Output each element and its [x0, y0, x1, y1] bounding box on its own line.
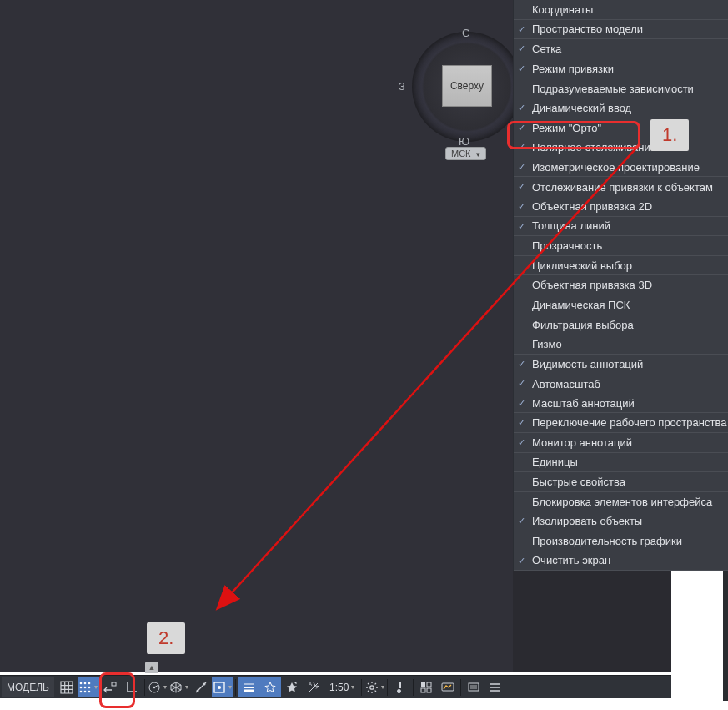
lineweight-icon: [242, 681, 255, 694]
statusbar-separator: [413, 679, 414, 696]
check-icon: ✓: [518, 142, 528, 152]
statusbar-separator: [460, 679, 461, 696]
menu-item-циклический-выбор[interactable]: Циклический выбор: [514, 256, 728, 276]
menu-item-динамический-ввод[interactable]: ✓Динамический ввод: [514, 98, 728, 118]
menu-item-label: Объектная привязка 2D: [532, 200, 652, 213]
menu-item-гизмо[interactable]: Гизмо: [514, 335, 728, 355]
menu-item-label: Режим "Орто": [532, 122, 601, 134]
ortho-icon: [125, 681, 138, 694]
menu-item-прозрачность[interactable]: Прозрачность: [514, 236, 728, 256]
menu-item-производительность-графики[interactable]: Производительность графики: [514, 531, 728, 551]
compass-south: Ю: [459, 135, 469, 148]
dynamic-input-button[interactable]: [99, 677, 121, 697]
ortho-mode-button[interactable]: [121, 677, 143, 697]
menu-item-подразумеваемые-зависимости[interactable]: Подразумеваемые зависимости: [514, 78, 728, 98]
menu-item-режим-орто-[interactable]: ✓Режим "Орто": [514, 118, 728, 138]
menu-item-очистить-экран[interactable]: ✓Очистить экран: [514, 551, 728, 572]
menu-item-объектная-привязка-3d[interactable]: Объектная привязка 3D: [514, 275, 728, 295]
object-snap-button[interactable]: [212, 677, 233, 697]
menu-item-label: Подразумеваемые зависимости: [532, 83, 694, 95]
workspace-switch-button[interactable]: [364, 677, 385, 697]
menu-item-label: Монитор аннотаций: [532, 436, 632, 449]
menu-item-объектная-привязка-2d[interactable]: ✓Объектная привязка 2D: [514, 197, 728, 217]
menu-item-label: Изолировать объекты: [532, 515, 642, 527]
menu-item-толщина-линий[interactable]: ✓Толщина линий: [514, 217, 728, 237]
menu-item-отслеживание-привязки-к-объектам[interactable]: ✓Отслеживание привязки к объектам: [514, 177, 728, 197]
gear-icon: [365, 681, 379, 694]
model-space-button[interactable]: МОДЕЛЬ: [2, 677, 54, 697]
check-icon: ✓: [518, 417, 528, 427]
polar-tracking-button[interactable]: [147, 677, 168, 697]
menu-item-изометрическое-проектирование[interactable]: ✓Изометрическое проектирование: [514, 158, 728, 178]
statusbar-customization-menu[interactable]: Координаты✓Пространство модели✓Сетка✓Реж…: [513, 0, 728, 571]
menu-item-пространство-модели[interactable]: ✓Пространство модели: [514, 20, 728, 40]
perf-icon: [441, 681, 454, 694]
osnap-icon: [213, 681, 226, 694]
graphics-performance-button[interactable]: [437, 677, 459, 697]
anno-scale-icon: [307, 681, 320, 694]
annotation-scale-text[interactable]: 1:50: [324, 677, 359, 697]
menu-item-label: Гизмо: [532, 338, 562, 350]
customization-button[interactable]: [484, 677, 506, 697]
compass-north: С: [462, 27, 469, 39]
object-snap-tracking-button[interactable]: [190, 677, 212, 697]
menu-item-label: Режим привязки: [532, 63, 614, 75]
menu-item-label: Масштаб аннотаций: [532, 397, 635, 410]
menu-item-режим-привязки[interactable]: ✓Режим привязки: [514, 59, 728, 79]
menu-item-масштаб-аннотаций[interactable]: ✓Масштаб аннотаций: [514, 394, 728, 414]
menu-item-label: Очистить экран: [532, 554, 610, 566]
menu-item-динамическая-пск[interactable]: Динамическая ПСК: [514, 295, 728, 315]
statusbar-separator: [144, 679, 145, 696]
viewcube-top-face[interactable]: Сверху: [442, 65, 492, 107]
statusbar-expand-toggle[interactable]: ▲: [145, 662, 158, 673]
menu-item-сетка[interactable]: ✓Сетка: [514, 39, 728, 59]
menu-item-фильтрация-выбора[interactable]: Фильтрация выбора: [514, 315, 728, 335]
check-icon: ✓: [518, 181, 528, 191]
model-space-label: МОДЕЛЬ: [7, 682, 49, 693]
menu-icon: [489, 681, 502, 694]
menu-item-label: Отслеживание привязки к объектам: [532, 181, 713, 194]
isolate-icon: [419, 681, 433, 694]
grid-display-button[interactable]: [56, 677, 78, 697]
annotation-monitor-button[interactable]: [389, 677, 411, 697]
osnap-track-icon: [194, 681, 208, 694]
menu-item-label: Изометрическое проектирование: [532, 161, 700, 174]
check-icon: ✓: [518, 516, 528, 526]
menu-item-единицы[interactable]: Единицы: [514, 453, 728, 473]
menu-item-label: Видимость аннотаций: [532, 358, 643, 370]
isolate-objects-button[interactable]: [415, 677, 437, 697]
menu-item-автомасштаб[interactable]: ✓Автомасштаб: [514, 374, 728, 394]
menu-item-label: Динамический ввод: [532, 102, 631, 114]
snap-grid-icon: [78, 681, 92, 694]
menu-item-изолировать-объекты[interactable]: ✓Изолировать объекты: [514, 511, 728, 531]
menu-item-label: Динамическая ПСК: [532, 299, 630, 311]
menu-item-блокировка-элементов-интерфейса[interactable]: Блокировка элементов интерфейса: [514, 492, 728, 512]
auto-scale-button[interactable]: [281, 677, 303, 697]
annotation-visibility-button[interactable]: [259, 677, 281, 697]
menu-item-быстрые-свойства[interactable]: Быстрые свойства: [514, 472, 728, 492]
lineweight-button[interactable]: [238, 677, 259, 697]
menu-item-переключение-рабочего-пространства[interactable]: ✓Переключение рабочего пространства: [514, 413, 728, 433]
check-icon: ✓: [518, 398, 528, 408]
menu-item-label: Фильтрация выбора: [532, 319, 634, 331]
polar-icon: [148, 681, 161, 694]
check-icon: ✓: [518, 24, 528, 34]
menu-item-полярное-отслеживание[interactable]: ✓Полярное отслеживание: [514, 138, 728, 158]
menu-item-монитор-аннотаций[interactable]: ✓Монитор аннотаций: [514, 433, 728, 453]
check-icon: ✓: [518, 201, 528, 211]
isometric-drafting-button[interactable]: [168, 677, 190, 697]
ucs-badge[interactable]: МСК: [445, 147, 486, 160]
menu-item-видимость-аннотаций[interactable]: ✓Видимость аннотаций: [514, 355, 728, 375]
menu-item-label: Объектная привязка 3D: [532, 279, 652, 291]
clean-screen-button[interactable]: [463, 677, 484, 697]
menu-item-label: Автомасштаб: [532, 378, 600, 390]
annotation-scale-button[interactable]: [303, 677, 324, 697]
grid-icon: [60, 681, 73, 694]
statusbar-separator: [387, 679, 388, 696]
menu-item-label: Циклический выбор: [532, 259, 632, 272]
auto-scale-icon: [285, 681, 299, 694]
menu-item-label: Производительность графики: [532, 535, 682, 547]
snap-mode-button[interactable]: [78, 677, 99, 697]
menu-item-label: Прозрачность: [532, 239, 602, 252]
menu-item-координаты[interactable]: Координаты: [514, 0, 728, 20]
